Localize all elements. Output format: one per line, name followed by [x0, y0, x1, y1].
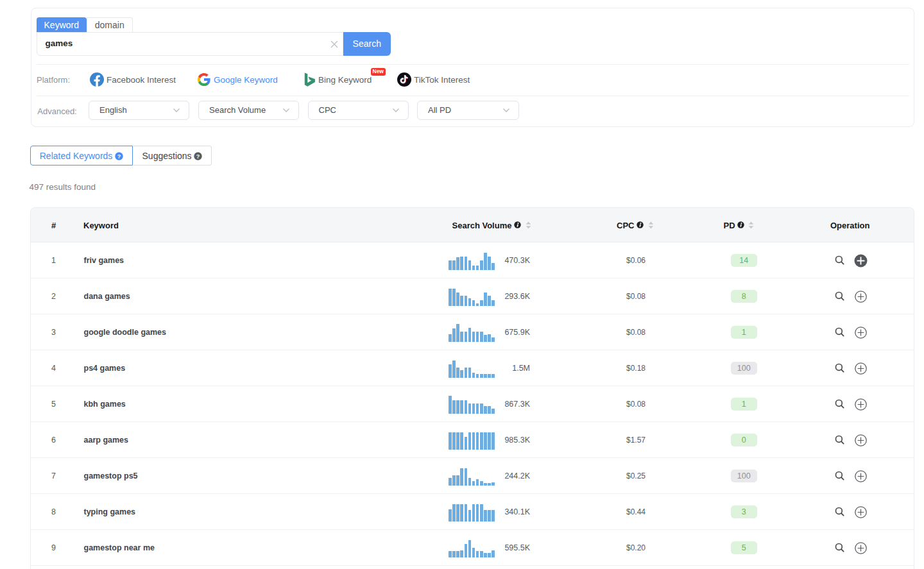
svg-text:?: ? [117, 153, 121, 159]
svg-text:?: ? [196, 153, 200, 159]
